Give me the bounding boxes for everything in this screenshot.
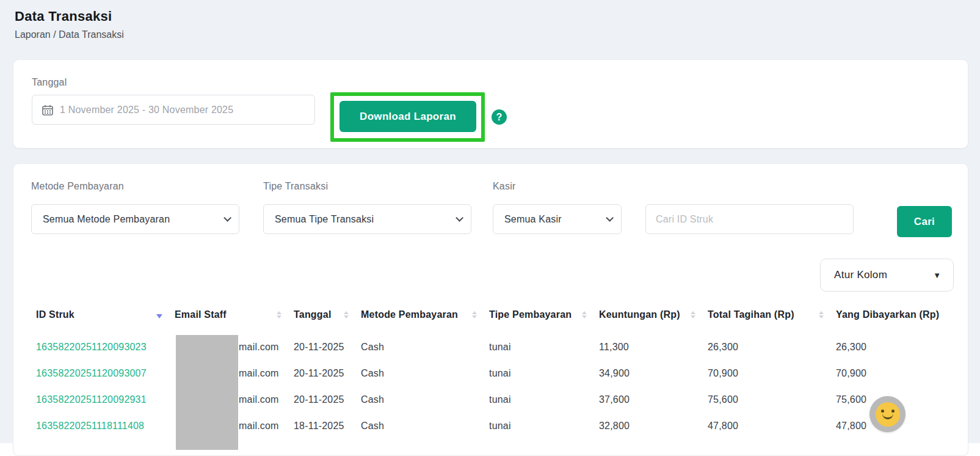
date-range-value: 1 November 2025 - 30 November 2025 (60, 105, 233, 116)
sort-icon[interactable] (472, 311, 477, 318)
smiley-face-icon (876, 402, 900, 427)
date-cell: 20-11-2025 (294, 386, 361, 413)
col-header-id-struk[interactable]: ID Struk (36, 309, 175, 334)
total-cell: 70,900 (708, 360, 836, 386)
dropdown-arrow-icon: ▼ (933, 271, 941, 280)
profit-cell: 37,600 (599, 386, 708, 413)
chevron-down-icon (456, 214, 463, 222)
sort-icon[interactable] (582, 311, 587, 318)
breadcrumb[interactable]: Laporan / Data Transaksi (15, 29, 124, 40)
sort-desc-icon[interactable] (156, 314, 162, 318)
paid-cell: 26,300 (836, 334, 968, 360)
page: Data Transaksi Laporan / Data Transaksi … (0, 0, 980, 456)
date-cell: 18-11-2025 (294, 413, 361, 439)
type-cell: tunai (489, 386, 599, 413)
sort-icon[interactable] (277, 311, 281, 318)
sort-icon[interactable] (344, 311, 349, 318)
receipt-id-link[interactable]: 16358220251120093023 (36, 342, 147, 352)
date-card: Tanggal 1 November 2025 - 30 November 20… (13, 59, 968, 149)
profit-cell: 32,800 (599, 413, 708, 439)
cari-button[interactable]: Cari (897, 206, 952, 237)
help-icon[interactable]: ? (492, 109, 507, 125)
col-header-metode-pembayaran[interactable]: Metode Pembayaran (361, 309, 489, 334)
type-cell: tunai (489, 360, 599, 386)
payment-method-select[interactable]: Semua Metode Pembayaran (31, 204, 239, 234)
col-header-email-staff[interactable]: Email Staff (175, 309, 294, 334)
total-cell: 75,600 (708, 386, 836, 413)
type-cell: tunai (489, 334, 599, 360)
col-header-yang-dibayarkan[interactable]: Yang Dibayarkan (Rp) (836, 309, 968, 334)
email-redaction-overlay (176, 335, 238, 450)
chat-widget-button[interactable] (869, 396, 906, 432)
col-header-total-tagihan[interactable]: Total Tagihan (Rp) (708, 309, 836, 334)
cashier-select[interactable]: Semua Kasir (493, 204, 622, 234)
date-label: Tanggal (32, 77, 67, 88)
profit-cell: 11,300 (599, 334, 708, 360)
receipt-id-link[interactable]: 16358220251120092931 (36, 394, 147, 405)
method-cell: Cash (361, 386, 489, 413)
date-cell: 20-11-2025 (294, 360, 361, 386)
transaction-type-label: Tipe Transaksi (263, 181, 328, 192)
atur-kolom-select[interactable]: Atur Kolom ▼ (820, 259, 954, 292)
chevron-down-icon (223, 214, 231, 222)
date-cell: 20-11-2025 (294, 334, 361, 360)
calendar-icon (42, 105, 53, 116)
table-header-row: ID Struk Email Staff Tanggal Metode Pemb… (36, 309, 968, 334)
col-header-keuntungan[interactable]: Keuntungan (Rp) (599, 309, 708, 334)
filters-card: Metode Pembayaran Tipe Transaksi Kasir S… (13, 163, 968, 456)
download-laporan-button[interactable]: Download Laporan (339, 101, 476, 132)
method-cell: Cash (361, 334, 489, 360)
date-range-picker[interactable]: 1 November 2025 - 30 November 2025 (32, 95, 315, 125)
receipt-id-link[interactable]: 16358220251120093007 (36, 368, 147, 378)
total-cell: 47,800 (708, 413, 836, 439)
paid-cell: 70,900 (836, 360, 968, 386)
sort-icon[interactable] (691, 311, 695, 318)
cashier-label: Kasir (493, 181, 515, 192)
col-header-tipe-pembayaran[interactable]: Tipe Pembayaran (489, 309, 599, 334)
page-title: Data Transaksi (15, 9, 112, 24)
method-cell: Cash (361, 413, 489, 439)
total-cell: 26,300 (708, 334, 836, 360)
search-id-struk-input[interactable] (645, 204, 854, 234)
sort-icon[interactable] (819, 311, 824, 318)
type-cell: tunai (489, 413, 599, 439)
profit-cell: 34,900 (599, 360, 708, 386)
payment-method-label: Metode Pembayaran (31, 181, 124, 192)
receipt-id-link[interactable]: 16358220251118111408 (36, 421, 144, 431)
method-cell: Cash (361, 360, 489, 386)
transaction-type-select[interactable]: Semua Tipe Transaksi (263, 204, 471, 234)
chevron-down-icon (606, 214, 614, 222)
col-header-tanggal[interactable]: Tanggal (294, 309, 361, 334)
